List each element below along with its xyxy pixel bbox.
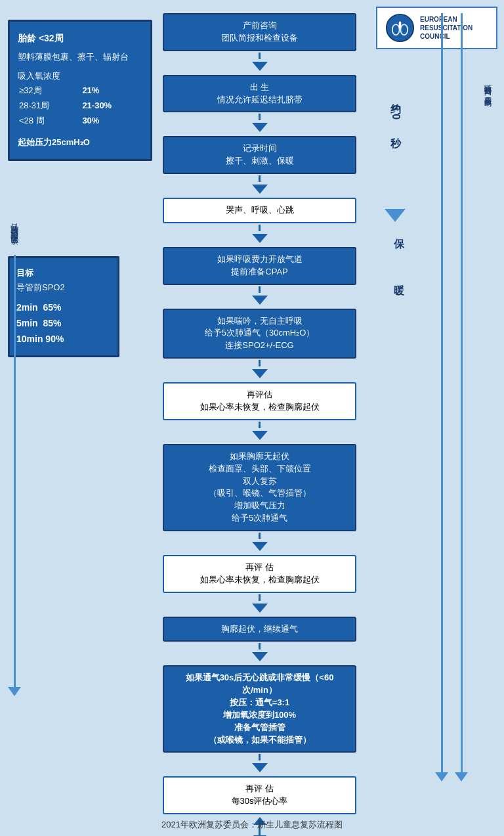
flow-step-12: 再评 估 每30s评估心率 bbox=[163, 776, 356, 814]
spo2-row2: 5min 85% bbox=[16, 316, 111, 332]
left-info-box1: 胎龄 <32周 塑料薄膜包裹、擦干、辐射台 吸入氧浓度 ≥32周 21% 28-… bbox=[8, 20, 152, 161]
far-right-label: 随时都进行询问：需要帮助吗？ bbox=[482, 79, 492, 102]
nuan-label: 暖 bbox=[392, 276, 406, 277]
flowchart: 产前咨询 团队简报和检查设备 出 生 情况允许延迟结扎脐带 记录时间 擦干、刺激… bbox=[163, 13, 356, 836]
footer: 2021年欧洲复苏委员会：新生儿童息复苏流程图 bbox=[0, 819, 504, 831]
arrow-6 bbox=[252, 360, 268, 381]
flow-step-5: 如果呼吸费力开放气道 提前准备CPAP bbox=[163, 247, 356, 285]
table-row: 28-31周 21-30% bbox=[18, 99, 142, 114]
flow-step-6: 如果喘吟，无自主呼吸 给予5次肺通气（30cmH₂O） 连接SPO2+/-ECG bbox=[163, 309, 356, 359]
bao-label-container: 保 bbox=[392, 230, 406, 231]
flow-step-1: 产前咨询 团队简报和检查设备 bbox=[163, 13, 356, 51]
page-wrapper: EUROPEAN RESUSCITATION COUNCIL 胎龄 <32周 塑… bbox=[0, 0, 504, 836]
week-range: 28-31周 bbox=[18, 99, 81, 114]
spo2-rows: 2min 65% 5min 85% 10min 90% bbox=[16, 300, 111, 347]
flow-step-2: 出 生 情况允许延迟结扎脐带 bbox=[163, 75, 356, 113]
flow-step-3: 记录时间 擦干、刺激、保暖 bbox=[163, 136, 356, 174]
time-60s-container: 约 60 秒 bbox=[385, 18, 406, 222]
left-info-box2: 目标 导管前SPO2 2min 65% 5min 85% 10min 90% bbox=[8, 256, 119, 357]
left-side-label: 滴定氧浓度以达到目标氧合 bbox=[9, 236, 20, 252]
left-box1-pressure: 起始压力25cmH₂O bbox=[18, 136, 142, 150]
left-box1-line2: 吸入氧浓度 bbox=[18, 70, 142, 83]
arrow-8 bbox=[252, 533, 268, 554]
flow-step-10: 胸廓起伏，继续通气 bbox=[163, 617, 356, 642]
nuan-label-container: 暖 bbox=[392, 276, 406, 277]
arrow-11 bbox=[252, 754, 268, 775]
table-row: <28 周 30% bbox=[18, 114, 142, 129]
left-box1-line1: 塑料薄膜包裹、擦干、辐射台 bbox=[18, 51, 142, 64]
arrow-4 bbox=[252, 225, 268, 246]
flow-step-7: 再评估 如果心率未恢复，检查胸廓起伏 bbox=[163, 382, 356, 420]
arrow-1 bbox=[252, 53, 268, 74]
left-box1-title: 胎龄 <32周 bbox=[18, 31, 142, 45]
flow-step-8: 如果胸廓无起伏 检查面罩、头部、下颌位置 双人复苏 （吸引、喉镜、气管插管） 增… bbox=[163, 444, 356, 531]
flow-step-4: 哭声、呼吸、心跳 bbox=[163, 198, 356, 223]
arrow-3 bbox=[252, 175, 268, 196]
percent-val: 21% bbox=[81, 83, 142, 99]
right-arrow-2 bbox=[455, 13, 468, 781]
table-row: ≥32周 21% bbox=[18, 83, 142, 99]
left-box2-title: 目标 bbox=[16, 266, 111, 280]
left-side-arrow: 滴定氧浓度以达到目标氧合 bbox=[8, 236, 21, 696]
week-range: ≥32周 bbox=[18, 83, 81, 99]
percent-val: 21-30% bbox=[81, 99, 142, 114]
arrow-2 bbox=[252, 114, 268, 135]
arrow-9 bbox=[252, 594, 268, 615]
far-right-label-container: 随时都进行询问：需要帮助吗？ bbox=[478, 79, 497, 102]
arrow-5 bbox=[252, 286, 268, 307]
percent-val: 30% bbox=[81, 114, 142, 129]
bao-label: 保 bbox=[392, 230, 406, 231]
spo2-row3: 10min 90% bbox=[16, 332, 111, 347]
arrow-7 bbox=[252, 422, 268, 443]
arrow-10 bbox=[252, 643, 268, 664]
right-side-arrows bbox=[435, 13, 468, 781]
week-range: <28 周 bbox=[18, 114, 81, 129]
time-60s-label: 约 60 秒 bbox=[388, 18, 402, 209]
flow-step-11: 如果通气30s后无心跳或非常缓慢（<60次/min） 按压：通气=3:1 增加氧… bbox=[163, 665, 356, 753]
flow-step-9: 再评 估 如果心率未恢复，检查胸廓起伏 bbox=[163, 555, 356, 593]
oxygen-table: ≥32周 21% 28-31周 21-30% <28 周 30% bbox=[18, 83, 142, 128]
left-box2-subtitle: 导管前SPO2 bbox=[16, 280, 111, 295]
footer-text: 2021年欧洲复苏委员会：新生儿童息复苏流程图 bbox=[161, 820, 343, 829]
right-arrow-1 bbox=[435, 13, 448, 781]
time-arrow-down bbox=[385, 209, 406, 222]
spo2-row1: 2min 65% bbox=[16, 300, 111, 316]
